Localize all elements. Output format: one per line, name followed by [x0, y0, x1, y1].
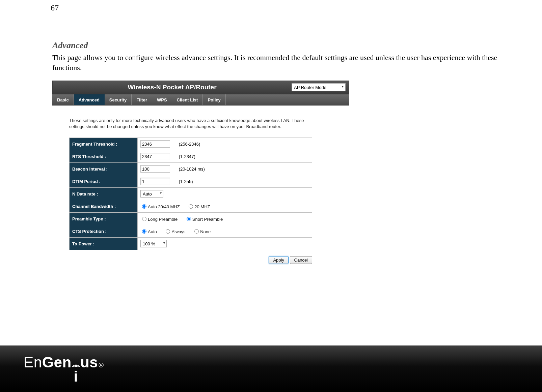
- tab-nav: Basic Advanced Security Filter WPS Clien…: [52, 94, 349, 105]
- footer-bar: EnGen ius®: [0, 345, 542, 392]
- page-number: 67: [51, 3, 59, 12]
- tab-security[interactable]: Security: [105, 94, 132, 105]
- label-cts-protection: CTS Protection :: [70, 225, 138, 238]
- logo-i-stack: i: [72, 362, 80, 384]
- input-rts-threshold[interactable]: [140, 153, 170, 160]
- tab-wps[interactable]: WPS: [152, 94, 172, 105]
- logo-part-en: En: [24, 354, 42, 371]
- logo-part-gen: Gen: [42, 354, 72, 371]
- router-admin-screenshot: Wireless-N Pocket AP/Router AP Router Mo…: [52, 81, 349, 271]
- mode-select[interactable]: AP Router Mode: [292, 83, 346, 91]
- titlebar: Wireless-N Pocket AP/Router AP Router Mo…: [52, 81, 349, 94]
- label-beacon-interval: Beacon Interval :: [70, 163, 138, 175]
- hint-rts-threshold: (1-2347): [179, 154, 195, 159]
- label-preamble-type: Preamble Type :: [70, 213, 138, 225]
- label-n-data-rate: N Data rate :: [70, 188, 138, 200]
- select-tx-power[interactable]: 100 %: [140, 240, 167, 247]
- section-paragraph: This page allows you to configure wirele…: [52, 53, 498, 72]
- tab-advanced[interactable]: Advanced: [74, 94, 105, 105]
- radio-preamble-short[interactable]: Short Preamble: [185, 217, 223, 222]
- radio-cts-auto[interactable]: Auto: [140, 229, 157, 234]
- hint-dtim-period: (1-255): [179, 179, 193, 184]
- radio-cts-always[interactable]: Always: [164, 229, 185, 234]
- radio-cts-none[interactable]: None: [193, 229, 211, 234]
- titlebar-title: Wireless-N Pocket AP/Router: [53, 84, 292, 91]
- input-dtim-period[interactable]: [140, 178, 170, 185]
- label-tx-power: Tx Power :: [70, 238, 138, 250]
- label-dtim-period: DTIM Period :: [70, 175, 138, 188]
- hint-fragment-threshold: (256-2346): [179, 142, 200, 147]
- tab-basic[interactable]: Basic: [52, 94, 74, 105]
- logo-part-i: i: [74, 369, 78, 384]
- radio-chanbw-20[interactable]: 20 MHZ: [187, 204, 210, 209]
- select-n-data-rate[interactable]: Auto: [140, 190, 163, 198]
- tab-policy[interactable]: Policy: [203, 94, 225, 105]
- hint-beacon-interval: (20-1024 ms): [179, 167, 205, 172]
- engenius-logo: EnGen ius®: [24, 354, 104, 384]
- radio-chanbw-auto[interactable]: Auto 20/40 MHZ: [140, 204, 180, 209]
- cancel-button[interactable]: Cancel: [290, 256, 312, 264]
- tab-filter[interactable]: Filter: [132, 94, 152, 105]
- tab-client-list[interactable]: Client List: [172, 94, 203, 105]
- label-fragment-threshold: Fragment Threshold :: [70, 138, 138, 150]
- logo-part-us: us: [80, 354, 98, 371]
- label-channel-bandwidth: Channel Bandwidth :: [70, 200, 138, 213]
- apply-button[interactable]: Apply: [269, 256, 289, 264]
- input-beacon-interval[interactable]: [140, 165, 170, 173]
- settings-table: Fragment Threshold : (256-2346) RTS Thre…: [69, 138, 312, 250]
- wifi-icon: [72, 362, 80, 368]
- label-rts-threshold: RTS Threshold :: [70, 150, 138, 163]
- logo-reg-mark: ®: [99, 361, 104, 369]
- section-heading-advanced: Advanced: [52, 40, 498, 51]
- panel-intro-text: These settings are only for more technic…: [69, 118, 312, 129]
- radio-preamble-long[interactable]: Long Preamble: [140, 217, 178, 222]
- input-fragment-threshold[interactable]: [140, 140, 170, 148]
